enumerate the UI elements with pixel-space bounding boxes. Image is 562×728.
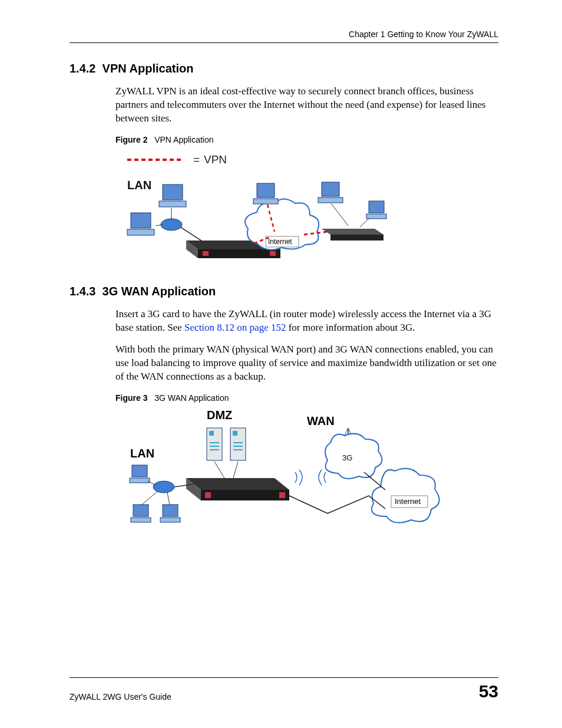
svg-rect-11 xyxy=(270,251,276,256)
figure3-diagram: DMZ WAN LAN xyxy=(115,407,498,543)
svg-rect-21 xyxy=(330,235,384,241)
router-icon xyxy=(322,229,384,241)
svg-line-26 xyxy=(360,219,369,227)
section-number: 1.4.3 xyxy=(70,285,95,298)
figure3-internet-label: Internet xyxy=(395,497,421,506)
footer-page-number: 53 xyxy=(479,681,498,701)
svg-rect-29 xyxy=(133,505,148,516)
section-heading-3g: 1.4.3 3G WAN Application xyxy=(70,285,498,298)
svg-line-35 xyxy=(167,493,170,505)
computer-icon xyxy=(159,185,186,207)
server-icon xyxy=(230,428,246,460)
svg-marker-46 xyxy=(186,478,289,490)
svg-rect-41 xyxy=(230,428,246,460)
svg-rect-2 xyxy=(159,201,186,207)
svg-rect-50 xyxy=(279,492,285,498)
svg-rect-15 xyxy=(257,183,275,197)
chapter-header: Chapter 1 Getting to Know Your ZyWALL xyxy=(70,29,498,43)
legend-vpn: VPN xyxy=(204,153,227,166)
computer-icon xyxy=(253,183,278,204)
computer-icon xyxy=(160,505,180,522)
figure3-wan-label: WAN xyxy=(307,414,335,427)
router-icon xyxy=(186,478,289,500)
switch-icon xyxy=(161,219,182,230)
svg-marker-20 xyxy=(322,229,384,235)
section-title: VPN Application xyxy=(103,62,194,75)
figure3-label: Figure 3 xyxy=(115,393,147,403)
figure3-lan-label: LAN xyxy=(130,447,154,460)
figure2-label: Figure 2 xyxy=(115,135,147,144)
svg-rect-3 xyxy=(131,213,151,228)
figure2-internet-label: Internet xyxy=(268,238,292,246)
wireless-icon xyxy=(295,470,326,485)
computer-icon xyxy=(131,505,151,522)
section-heading-vpn: 1.4.2 VPN Application xyxy=(70,62,498,75)
svg-rect-19 xyxy=(318,197,343,203)
svg-line-52 xyxy=(214,462,224,478)
figure2-title: VPN Application xyxy=(154,135,213,144)
tower-icon: 3G xyxy=(325,428,382,479)
svg-rect-9 xyxy=(198,249,280,258)
svg-rect-10 xyxy=(203,251,209,256)
svg-rect-4 xyxy=(127,229,154,235)
figure3-caption: Figure 3 3G WAN Application xyxy=(115,393,498,403)
svg-rect-31 xyxy=(163,505,178,516)
figure2-diagram: = VPN LAN xyxy=(115,149,498,267)
3g-paragraph-1: Insert a 3G card to have the ZyWALL (in … xyxy=(115,308,498,335)
switch-icon xyxy=(153,481,174,493)
computer-icon xyxy=(130,465,150,483)
svg-rect-25 xyxy=(366,214,386,219)
svg-line-53 xyxy=(233,462,238,478)
svg-rect-16 xyxy=(253,199,278,204)
section-title: 3G WAN Application xyxy=(103,285,216,298)
svg-rect-24 xyxy=(369,201,384,213)
figure2-lan-label: LAN xyxy=(127,179,151,192)
svg-rect-37 xyxy=(209,431,214,436)
legend-eq: = xyxy=(193,153,200,166)
svg-rect-36 xyxy=(207,428,222,460)
footer-guide-title: ZyWALL 2WG User's Guide xyxy=(70,692,171,701)
svg-rect-32 xyxy=(160,518,180,522)
svg-line-12 xyxy=(180,227,204,242)
svg-rect-1 xyxy=(163,185,183,200)
svg-line-22 xyxy=(331,203,348,226)
cross-ref-link[interactable]: Section 8.12 on page 152 xyxy=(184,322,286,333)
figure3-3g-label: 3G xyxy=(342,453,352,462)
svg-rect-18 xyxy=(322,182,339,196)
svg-rect-28 xyxy=(130,478,150,483)
svg-rect-27 xyxy=(132,465,147,477)
figure3-title: 3G WAN Application xyxy=(154,393,229,403)
svg-rect-49 xyxy=(205,492,211,498)
computer-icon xyxy=(318,182,343,203)
vpn-paragraph: ZyWALL VPN is an ideal cost-effective wa… xyxy=(115,85,498,126)
svg-line-34 xyxy=(142,491,158,505)
cloud-icon: Internet xyxy=(372,468,439,522)
svg-rect-30 xyxy=(131,518,151,522)
page-footer: ZyWALL 2WG User's Guide 53 xyxy=(70,677,498,701)
server-icon xyxy=(207,428,222,460)
svg-rect-42 xyxy=(233,431,237,436)
figure3-dmz-label: DMZ xyxy=(207,409,232,421)
figure2-caption: Figure 2 VPN Application xyxy=(115,135,498,144)
section-number: 1.4.2 xyxy=(70,62,95,75)
computer-icon xyxy=(127,213,154,235)
svg-rect-48 xyxy=(201,490,289,500)
computer-icon xyxy=(366,201,386,219)
3g-paragraph-2: With both the primary WAN (physical WAN … xyxy=(115,343,498,384)
